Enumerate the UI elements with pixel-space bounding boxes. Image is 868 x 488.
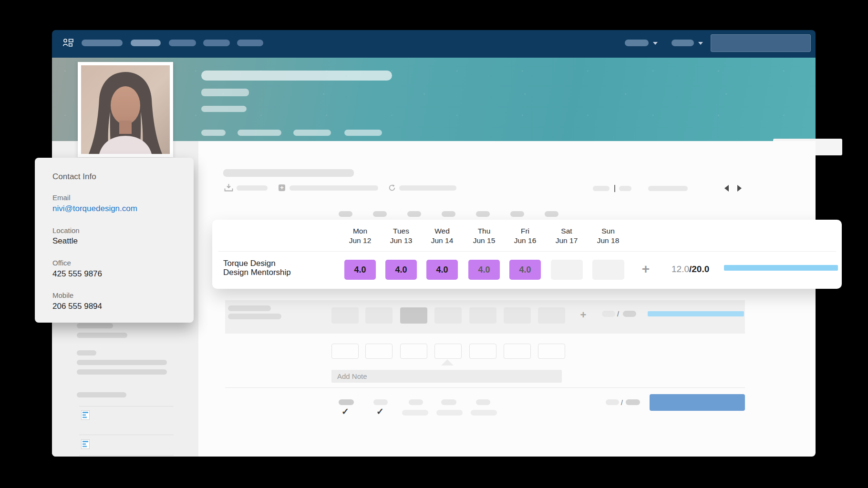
hours-cell-tues[interactable]: 4.0 bbox=[385, 260, 417, 280]
timesheet-row-card: MonJun 12 TuesJun 13 WedJun 14 ThuJun 15… bbox=[212, 220, 842, 289]
hours-progress-bar bbox=[724, 265, 838, 271]
sidebar-placeholder bbox=[77, 360, 167, 365]
submit-timesheet-button[interactable] bbox=[650, 394, 745, 411]
background-hours-cell bbox=[434, 307, 462, 324]
day-header: SatJun 17 bbox=[546, 226, 587, 245]
status-placeholder bbox=[436, 410, 463, 416]
next-week-arrow[interactable] bbox=[737, 185, 742, 192]
day-placeholder bbox=[339, 211, 352, 217]
entry-input-cell[interactable] bbox=[504, 344, 531, 359]
mobile-label: Mobile bbox=[52, 291, 73, 299]
toolbar-placeholder bbox=[399, 185, 456, 191]
location-value: Seattle bbox=[52, 236, 78, 246]
status-col-placeholder bbox=[476, 399, 490, 405]
profile-meta-placeholder bbox=[238, 130, 281, 136]
background-progress-bar bbox=[648, 311, 744, 316]
toolbar-placeholder bbox=[237, 185, 268, 191]
day-placeholder bbox=[545, 211, 558, 217]
nav-item-4[interactable] bbox=[203, 40, 230, 46]
hours-cell-wed[interactable]: 4.0 bbox=[426, 260, 458, 280]
chevron-down-icon[interactable] bbox=[653, 42, 658, 45]
section-title-placeholder bbox=[223, 169, 354, 177]
hours-total: 12.0/20.0 bbox=[672, 264, 709, 274]
background-hours-cell bbox=[504, 307, 531, 324]
summary-capacity-placeholder bbox=[626, 399, 640, 405]
note-tooltip-caret bbox=[441, 359, 454, 366]
checkmark-icon: ✓ bbox=[376, 406, 384, 417]
add-note-input[interactable] bbox=[331, 370, 562, 383]
hours-cell-mon[interactable]: 4.0 bbox=[344, 260, 376, 280]
nav-item-1[interactable] bbox=[82, 40, 123, 46]
entry-input-cell[interactable] bbox=[538, 344, 565, 359]
profile-photo bbox=[78, 62, 173, 157]
add-square-icon[interactable]: + bbox=[279, 184, 285, 191]
profile-meta-placeholder bbox=[293, 130, 331, 136]
contact-info-card: Contact Info Email nivi@torquedesign.com… bbox=[35, 158, 194, 323]
profile-meta-placeholder bbox=[344, 130, 382, 136]
document-list-icon[interactable] bbox=[81, 439, 90, 451]
background-total-separator: / bbox=[617, 310, 619, 318]
email-link[interactable]: nivi@torquedesign.com bbox=[52, 204, 137, 214]
summary-total-placeholder bbox=[606, 399, 619, 405]
total-current: 12.0 bbox=[672, 264, 689, 274]
navbar-dropdown-2[interactable] bbox=[672, 40, 694, 46]
day-placeholder bbox=[407, 211, 421, 217]
background-capacity-placeholder bbox=[623, 311, 636, 317]
status-placeholder bbox=[471, 410, 497, 416]
day-header: SunJun 18 bbox=[588, 226, 629, 245]
hours-cell-thu[interactable]: 4.0 bbox=[468, 260, 500, 280]
sidebar-placeholder bbox=[77, 350, 96, 356]
hours-cell-fri[interactable]: 4.0 bbox=[509, 260, 541, 280]
entry-input-cell[interactable] bbox=[365, 344, 393, 359]
background-total-placeholder bbox=[602, 311, 615, 317]
day-placeholder bbox=[373, 211, 387, 217]
screenshot-stage: + MonJun 12 TuesJun 13 WedJun 14 ThuJun … bbox=[0, 0, 868, 488]
nav-item-2[interactable] bbox=[131, 40, 161, 46]
entry-input-cell[interactable] bbox=[434, 344, 462, 359]
entry-input-cell[interactable] bbox=[331, 344, 359, 359]
top-navbar bbox=[52, 30, 816, 58]
hours-cell-sun[interactable] bbox=[592, 260, 624, 280]
chevron-down-icon[interactable] bbox=[698, 42, 703, 45]
day-header: WedJun 14 bbox=[422, 226, 463, 245]
sidebar-placeholder bbox=[77, 392, 126, 397]
document-list-icon[interactable] bbox=[81, 410, 90, 422]
pager-placeholder bbox=[619, 186, 631, 191]
divider bbox=[79, 406, 174, 407]
profile-name-placeholder bbox=[201, 71, 392, 81]
day-header: MonJun 12 bbox=[340, 226, 381, 245]
add-entry-button[interactable]: + bbox=[638, 262, 653, 277]
toolbar-placeholder bbox=[289, 185, 378, 191]
status-col-placeholder bbox=[441, 399, 456, 405]
pager-placeholder bbox=[593, 186, 610, 191]
day-header: FriJun 16 bbox=[505, 226, 546, 245]
history-refresh-icon[interactable] bbox=[388, 184, 396, 193]
hours-cell-sat[interactable] bbox=[551, 260, 583, 280]
row-label-placeholder bbox=[228, 314, 281, 319]
email-label: Email bbox=[52, 193, 71, 202]
sidebar-placeholder bbox=[77, 369, 167, 375]
navbar-search-input[interactable] bbox=[711, 34, 811, 52]
profile-meta-placeholder bbox=[201, 130, 226, 136]
entry-input-cell[interactable] bbox=[469, 344, 496, 359]
divider bbox=[79, 455, 174, 456]
day-header: TuesJun 13 bbox=[381, 226, 422, 245]
divider bbox=[614, 185, 615, 192]
people-directory-icon[interactable] bbox=[62, 38, 74, 51]
entry-input-cell[interactable] bbox=[400, 344, 427, 359]
background-add-entry-button: + bbox=[577, 309, 589, 321]
background-hours-cell bbox=[469, 307, 496, 324]
background-hours-cell bbox=[365, 307, 393, 324]
office-label: Office bbox=[52, 259, 71, 267]
nav-item-5[interactable] bbox=[237, 40, 263, 46]
status-placeholder bbox=[402, 410, 428, 416]
sidebar-placeholder bbox=[77, 323, 113, 328]
row-label-placeholder bbox=[228, 305, 271, 311]
mobile-phone-value: 206 555 9894 bbox=[52, 302, 102, 311]
navbar-dropdown-1[interactable] bbox=[625, 40, 649, 46]
download-icon[interactable] bbox=[224, 183, 233, 193]
previous-week-arrow[interactable] bbox=[724, 185, 729, 192]
nav-item-3[interactable] bbox=[169, 40, 196, 46]
location-label: Location bbox=[52, 226, 80, 234]
status-col-placeholder bbox=[409, 399, 423, 405]
